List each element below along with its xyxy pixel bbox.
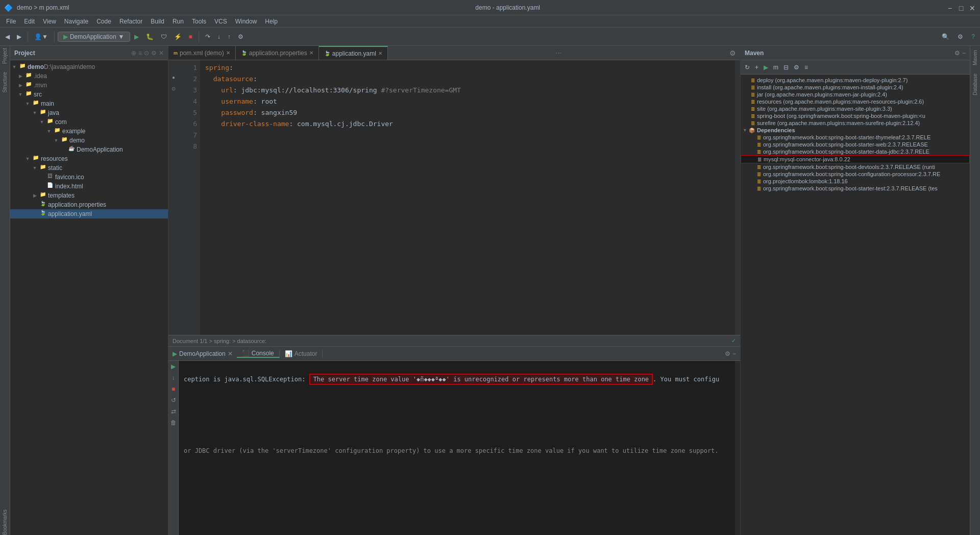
tree-item-appyaml[interactable]: ▶ 🍃 application.yaml: [10, 209, 168, 218]
run-side-down[interactable]: ↓: [171, 373, 176, 382]
run-tab-console[interactable]: ⬛ Console: [237, 350, 280, 358]
debug-button[interactable]: 🐛: [143, 32, 157, 42]
gutter-fold-2[interactable]: ●: [168, 71, 179, 83]
maven-item-lombok[interactable]: ▶ ≣ org.projectlombok:lombok:1.18.16: [741, 178, 970, 185]
maven-more-btn[interactable]: ≡: [802, 63, 810, 72]
menu-tools[interactable]: Tools: [188, 17, 210, 26]
menu-build[interactable]: Build: [146, 17, 168, 26]
run-settings-icon[interactable]: ⚙: [725, 350, 730, 357]
step-over-button[interactable]: ↷: [202, 32, 213, 42]
project-tab[interactable]: Project: [2, 48, 8, 64]
gear-icon[interactable]: ⚙: [151, 50, 157, 57]
maven-item-devtools[interactable]: ▶ ≣ org.springframework.boot:spring-boot…: [741, 163, 970, 171]
scroll-icon[interactable]: ⊙: [144, 50, 149, 57]
maven-collapse-btn[interactable]: ⊟: [781, 63, 791, 72]
maven-item-mysql[interactable]: ▶ ≣ mysql:mysql-connector-java:8.0.22: [741, 155, 970, 163]
maven-debug-btn[interactable]: m: [771, 63, 780, 72]
tree-item-resources[interactable]: ▼ 📁 resources: [10, 154, 168, 163]
flatten-icon[interactable]: ≡: [138, 50, 142, 57]
tree-item-demo[interactable]: ▼ 📁 demo: [10, 136, 168, 145]
scope-icon[interactable]: ⊕: [131, 50, 136, 57]
tree-item-root[interactable]: ▼ 📁 demo D:\javaagain\demo: [10, 62, 168, 71]
step-out-button[interactable]: ↑: [225, 32, 234, 42]
maven-item-test[interactable]: ▶ ≣ org.springframework.boot:spring-boot…: [741, 185, 970, 192]
tree-item-templates[interactable]: ▶ 📁 templates: [10, 191, 168, 200]
maven-item-thymeleaf[interactable]: ▶ ≣ org.springframework.boot:spring-boot…: [741, 134, 970, 141]
maven-item-site[interactable]: ▶ ≣ site (org.apache.maven.plugins:maven…: [741, 105, 970, 112]
appyaml-tab-close[interactable]: ✕: [378, 51, 382, 56]
tab-settings-icon[interactable]: ⚙: [729, 46, 740, 60]
menu-file[interactable]: File: [2, 17, 20, 26]
maven-item-jar[interactable]: ▶ ≣ jar (org.apache.maven.plugins:maven-…: [741, 91, 970, 98]
pom-tab-close[interactable]: ✕: [226, 50, 230, 56]
maven-item-data-jdbc[interactable]: ▶ ≣ org.springframework.boot:spring-boot…: [741, 148, 970, 155]
menu-vcs[interactable]: VCS: [210, 17, 231, 26]
maven-settings-icon[interactable]: ⚙: [954, 50, 960, 57]
run-config-selector[interactable]: ▶ DemoApplication ▼: [58, 32, 130, 42]
run-side-wrap[interactable]: ⇄: [170, 407, 177, 416]
run-minimize-icon[interactable]: −: [732, 350, 736, 357]
right-tab-database[interactable]: Database: [971, 69, 979, 100]
maven-item-deploy[interactable]: ▶ ≣ deploy (org.apache.maven.plugins:mav…: [741, 77, 970, 84]
run-side-restart[interactable]: ↺: [170, 396, 177, 405]
run-side-stop[interactable]: ■: [170, 384, 176, 394]
run-button[interactable]: ▶: [131, 32, 142, 42]
tab-appprops[interactable]: 🍃 application.properties ✕: [236, 46, 319, 60]
bookmarks-tab[interactable]: Bookmarks: [2, 509, 8, 535]
debug-more-button[interactable]: ⚙: [235, 32, 247, 42]
maven-item-resources[interactable]: ▶ ≣ resources (org.apache.maven.plugins:…: [741, 98, 970, 105]
run-side-play[interactable]: ▶: [170, 362, 177, 371]
menu-code[interactable]: Code: [92, 17, 115, 26]
user-button[interactable]: 👤▼: [31, 32, 51, 42]
maven-item-springboot[interactable]: ▶ ≣ spring-boot (org.springframework.boo…: [741, 112, 970, 119]
maven-item-dependencies[interactable]: ▼ 📦 Dependencies: [741, 127, 970, 134]
search-button[interactable]: 🔍: [939, 32, 952, 42]
tree-item-appprops[interactable]: ▶ 🍃 application.properties: [10, 200, 168, 209]
appprops-tab-close[interactable]: ✕: [309, 50, 313, 56]
maven-add-btn[interactable]: +: [753, 63, 761, 72]
run-scrollbar[interactable]: [735, 361, 740, 535]
menu-view[interactable]: View: [39, 17, 60, 26]
run-side-trash[interactable]: 🗑: [169, 418, 178, 427]
tree-item-demoapplication[interactable]: ▶ ☕ DemoApplication: [10, 145, 168, 154]
maven-item-install[interactable]: ▶ ≣ install (org.apache.maven.plugins:ma…: [741, 84, 970, 91]
help-icon-button[interactable]: ?: [968, 32, 978, 42]
maven-run-btn[interactable]: ▶: [762, 63, 770, 72]
tree-item-index[interactable]: ▶ 📄 index.html: [10, 182, 168, 191]
tree-item-mvn[interactable]: ▶ 📁 .mvn: [10, 81, 168, 90]
tree-item-com[interactable]: ▼ 📁 com: [10, 117, 168, 127]
editor-scrollbar[interactable]: [735, 60, 740, 335]
maven-item-web[interactable]: ▶ ≣ org.springframework.boot:spring-boot…: [741, 141, 970, 148]
maven-item-surefire[interactable]: ▶ ≣ surefire (org.apache.maven.plugins:m…: [741, 119, 970, 127]
tree-item-favicon[interactable]: ▶ 🖼 favicon.ico: [10, 173, 168, 182]
tree-item-java[interactable]: ▼ 📁 java: [10, 108, 168, 117]
tab-more[interactable]: ⋯: [551, 46, 566, 60]
maven-item-config-processor[interactable]: ▶ ≣ org.springframework.boot:spring-boot…: [741, 171, 970, 178]
minimize-button[interactable]: −: [946, 4, 953, 11]
run-tab-actuator[interactable]: 📊 Actuator: [280, 350, 323, 358]
menu-refactor[interactable]: Refactor: [115, 17, 146, 26]
tab-appyaml[interactable]: 🍃 application.yaml ✕: [319, 46, 388, 60]
coverage-button[interactable]: 🛡: [158, 32, 170, 42]
tree-item-idea[interactable]: ▶ 📁 .idea: [10, 71, 168, 81]
stop-button[interactable]: ■: [186, 32, 195, 42]
menu-run[interactable]: Run: [168, 17, 188, 26]
tree-item-main[interactable]: ▼ 📁 main: [10, 99, 168, 108]
settings-button[interactable]: ⚙: [954, 32, 966, 42]
profile-button[interactable]: ⚡: [171, 32, 185, 42]
code-editor[interactable]: spring: datasource: url: jdbc:mysql://lo…: [200, 60, 735, 335]
tree-item-src[interactable]: ▼ 📁 src: [10, 90, 168, 99]
maven-refresh-btn[interactable]: ↻: [743, 63, 752, 72]
menu-navigate[interactable]: Navigate: [60, 17, 92, 26]
close-button[interactable]: ✕: [969, 4, 976, 11]
tree-item-example[interactable]: ▼ 📁 example: [10, 127, 168, 136]
gutter-arrow-3[interactable]: ⊙: [168, 83, 179, 94]
menu-edit[interactable]: Edit: [20, 17, 39, 26]
menu-help[interactable]: Help: [261, 17, 282, 26]
back-button[interactable]: ◀: [2, 32, 13, 42]
maven-minimize-icon[interactable]: −: [962, 50, 966, 57]
tree-item-static[interactable]: ▼ 📁 static: [10, 163, 168, 173]
tab-pom[interactable]: m pom.xml (demo) ✕: [168, 46, 236, 60]
maximize-button[interactable]: □: [958, 4, 965, 11]
close-panel-icon[interactable]: ✕: [159, 50, 164, 57]
